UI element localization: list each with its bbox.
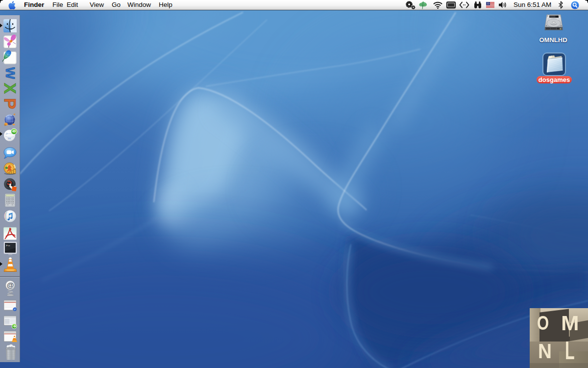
svg-text:@: @: [7, 281, 14, 289]
svg-text:P: P: [3, 98, 17, 109]
svg-text:49: 49: [12, 130, 16, 133]
svg-text:>: >: [6, 244, 8, 247]
svg-text:W: W: [3, 67, 17, 79]
svg-text:ios: ios: [8, 137, 11, 140]
svg-text:X: X: [3, 83, 17, 94]
